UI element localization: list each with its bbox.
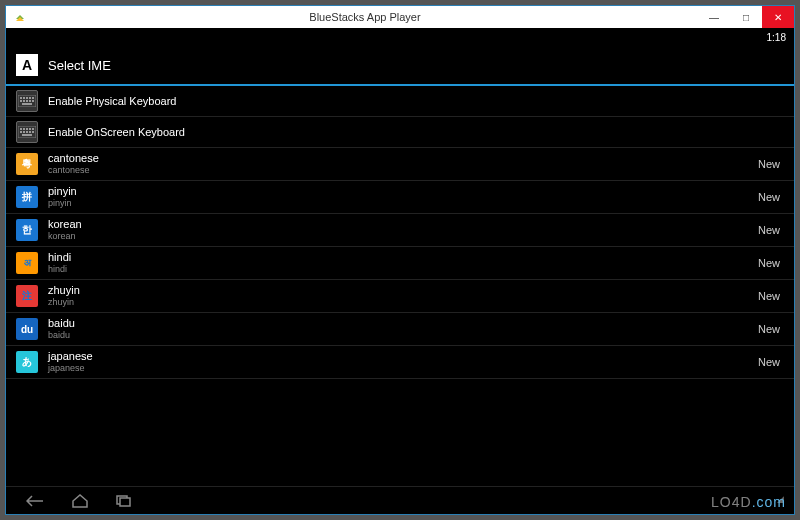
svg-rect-11 [22, 103, 32, 105]
svg-rect-9 [29, 100, 31, 102]
ime-app-icon: du [16, 318, 38, 340]
ime-item-label: korean [48, 218, 758, 231]
titlebar: BlueStacks App Player — □ ✕ [6, 6, 794, 28]
ime-header-icon: A [16, 54, 38, 76]
android-navbar [6, 486, 794, 514]
ime-item-status: New [758, 191, 780, 203]
keyboard-option-row[interactable]: Enable Physical Keyboard [6, 86, 794, 117]
ime-list: 粵 cantonese cantonese New 拼 pinyin pinyi… [6, 148, 794, 379]
svg-rect-2 [23, 97, 25, 99]
ime-item-text: baidu baidu [48, 317, 758, 341]
close-button[interactable]: ✕ [762, 6, 794, 28]
svg-rect-4 [29, 97, 31, 99]
ime-item-status: New [758, 158, 780, 170]
svg-rect-16 [29, 128, 31, 130]
ime-item-status: New [758, 224, 780, 236]
ime-app-icon: 한 [16, 219, 38, 241]
ime-item-status: New [758, 323, 780, 335]
svg-rect-21 [29, 131, 31, 133]
ime-item-row[interactable]: 拼 pinyin pinyin New [6, 181, 794, 214]
svg-rect-17 [32, 128, 34, 130]
svg-rect-8 [26, 100, 28, 102]
svg-rect-13 [20, 128, 22, 130]
ime-item-row[interactable]: 粵 cantonese cantonese New [6, 148, 794, 181]
ime-item-text: pinyin pinyin [48, 185, 758, 209]
android-statusbar: 1:18 [6, 28, 794, 46]
ime-item-sublabel: japanese [48, 363, 758, 374]
ime-app-icon: あ [16, 351, 38, 373]
ime-item-sublabel: pinyin [48, 198, 758, 209]
keyboard-option-label: Enable Physical Keyboard [48, 95, 784, 108]
svg-rect-23 [22, 134, 32, 136]
ime-item-label: cantonese [48, 152, 758, 165]
ime-item-label: baidu [48, 317, 758, 330]
ime-item-row[interactable]: du baidu baidu New [6, 313, 794, 346]
titlebar-buttons: — □ ✕ [698, 6, 794, 28]
keyboard-icon [16, 121, 38, 143]
svg-rect-10 [32, 100, 34, 102]
svg-rect-1 [20, 97, 22, 99]
svg-rect-5 [32, 97, 34, 99]
keyboard-option-row[interactable]: Enable OnScreen Keyboard [6, 117, 794, 148]
ime-item-sublabel: zhuyin [48, 297, 758, 308]
svg-rect-6 [20, 100, 22, 102]
status-time: 1:18 [767, 32, 786, 43]
ime-item-status: New [758, 356, 780, 368]
ime-app-icon: 粵 [16, 153, 38, 175]
ime-item-text: zhuyin zhuyin [48, 284, 758, 308]
page-title: Select IME [48, 58, 111, 73]
window-title: BlueStacks App Player [32, 11, 698, 23]
svg-rect-7 [23, 100, 25, 102]
ime-item-row[interactable]: あ japanese japanese New [6, 346, 794, 379]
ime-item-sublabel: cantonese [48, 165, 758, 176]
ime-item-label: zhuyin [48, 284, 758, 297]
keyboard-option-text: Enable Physical Keyboard [48, 95, 784, 108]
svg-rect-25 [120, 498, 130, 506]
ime-item-status: New [758, 257, 780, 269]
keyboard-icon [16, 90, 38, 112]
svg-rect-18 [20, 131, 22, 133]
svg-rect-22 [32, 131, 34, 133]
ime-item-text: cantonese cantonese [48, 152, 758, 176]
keyboard-options-list: Enable Physical Keyboard Enable OnScreen… [6, 86, 794, 148]
ime-app-icon: 拼 [16, 186, 38, 208]
ime-item-status: New [758, 290, 780, 302]
svg-rect-3 [26, 97, 28, 99]
ime-item-sublabel: baidu [48, 330, 758, 341]
ime-item-label: hindi [48, 251, 758, 264]
ime-item-row[interactable]: 한 korean korean New [6, 214, 794, 247]
ime-item-row[interactable]: 注 zhuyin zhuyin New [6, 280, 794, 313]
ime-item-label: pinyin [48, 185, 758, 198]
keyboard-option-text: Enable OnScreen Keyboard [48, 126, 784, 139]
content-area: Enable Physical Keyboard Enable OnScreen… [6, 86, 794, 486]
ime-item-text: hindi hindi [48, 251, 758, 275]
svg-rect-14 [23, 128, 25, 130]
page-header: A Select IME [6, 46, 794, 86]
app-window: BlueStacks App Player — □ ✕ 1:18 A Selec… [5, 5, 795, 515]
ime-app-icon: अ [16, 252, 38, 274]
recent-apps-button[interactable] [116, 495, 132, 507]
svg-rect-20 [26, 131, 28, 133]
ime-item-sublabel: hindi [48, 264, 758, 275]
ime-item-text: japanese japanese [48, 350, 758, 374]
resize-grip-icon: ◢ [777, 494, 784, 504]
ime-app-icon: 注 [16, 285, 38, 307]
app-icon [14, 11, 26, 23]
minimize-button[interactable]: — [698, 6, 730, 28]
home-button[interactable] [72, 494, 88, 508]
keyboard-option-label: Enable OnScreen Keyboard [48, 126, 784, 139]
ime-item-sublabel: korean [48, 231, 758, 242]
svg-rect-15 [26, 128, 28, 130]
ime-item-label: japanese [48, 350, 758, 363]
ime-item-text: korean korean [48, 218, 758, 242]
maximize-button[interactable]: □ [730, 6, 762, 28]
ime-item-row[interactable]: अ hindi hindi New [6, 247, 794, 280]
svg-rect-19 [23, 131, 25, 133]
back-button[interactable] [26, 495, 44, 507]
